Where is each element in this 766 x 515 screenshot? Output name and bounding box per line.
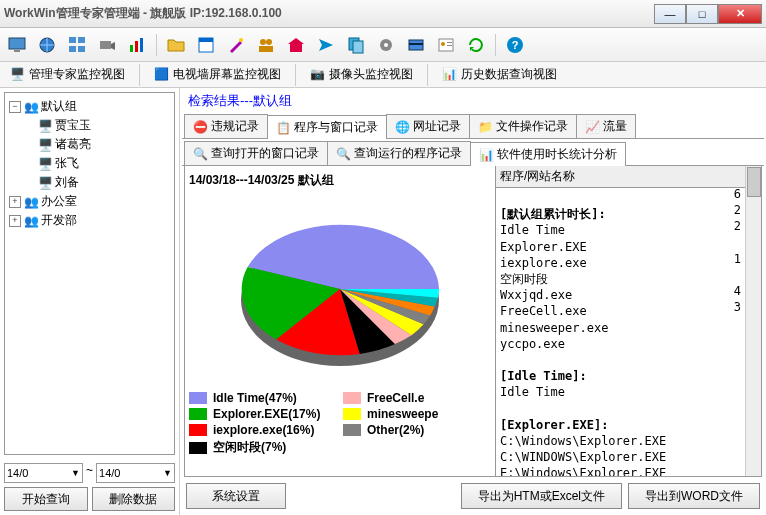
tree-user[interactable]: 🖥️诸葛亮 (9, 135, 170, 154)
wand-icon[interactable] (223, 32, 249, 58)
chart-area: 14/03/18---14/03/25 默认组 (185, 166, 495, 476)
footer-buttons: 系统设置 导出为HTM或Excel文件 导出到WORD文件 (182, 477, 764, 513)
people-icon[interactable] (253, 32, 279, 58)
chart-legend: Idle Time(47%) FreeCell.e Explorer.EXE(1… (189, 391, 491, 456)
refresh-icon[interactable] (463, 32, 489, 58)
tab-file-ops[interactable]: 📁文件操作记录 (469, 114, 577, 138)
svg-rect-18 (353, 41, 363, 53)
legend-item: 空闲时段(7%) (189, 439, 337, 456)
window-title: WorkWin管理专家管理端 - 旗舰版 IP:192.168.0.100 (4, 5, 654, 22)
card-icon[interactable] (403, 32, 429, 58)
tab-traffic[interactable]: 📈流量 (576, 114, 636, 138)
id-icon[interactable] (433, 32, 459, 58)
svg-rect-4 (78, 37, 85, 43)
tab-camera-view[interactable]: 📷摄像头监控视图 (304, 64, 419, 85)
gear-icon[interactable] (373, 32, 399, 58)
tree-user[interactable]: 🖥️贾宝玉 (9, 116, 170, 135)
camera-icon[interactable] (94, 32, 120, 58)
send-icon[interactable] (313, 32, 339, 58)
delete-data-button[interactable]: 删除数据 (92, 487, 176, 511)
tab-admin-view[interactable]: 🖥️管理专家监控视图 (4, 64, 131, 85)
list-header: 程序/网站名称 (496, 166, 761, 188)
svg-rect-7 (100, 41, 111, 49)
left-panel: −👥默认组 🖥️贾宝玉 🖥️诸葛亮 🖥️张飞 🖥️刘备 +👥办公室 +👥开发部 … (0, 88, 180, 515)
date-separator: ~ (86, 463, 93, 483)
vertical-scrollbar[interactable] (745, 166, 761, 476)
svg-rect-9 (135, 41, 138, 52)
legend-item: minesweepe (343, 407, 491, 421)
system-settings-button[interactable]: 系统设置 (186, 483, 286, 509)
computer-tree[interactable]: −👥默认组 🖥️贾宝玉 🖥️诸葛亮 🖥️张飞 🖥️刘备 +👥办公室 +👥开发部 (4, 92, 175, 455)
sub-tabs: 🔍查询打开的窗口记录 🔍查询运行的程序记录 📊软件使用时长统计分析 (182, 139, 764, 166)
svg-rect-22 (409, 43, 423, 45)
export-htm-excel-button[interactable]: 导出为HTM或Excel文件 (461, 483, 622, 509)
legend-item: iexplore.exe(16%) (189, 423, 337, 437)
help-icon[interactable]: ? (502, 32, 528, 58)
subtab-usage-stats[interactable]: 📊软件使用时长统计分析 (470, 142, 626, 166)
svg-point-24 (441, 42, 445, 46)
svg-point-14 (260, 39, 266, 45)
svg-rect-6 (78, 46, 85, 52)
tree-group-office[interactable]: +👥办公室 (9, 192, 170, 211)
folder-icon[interactable] (163, 32, 189, 58)
legend-item: FreeCell.e (343, 391, 491, 405)
chart-header: 14/03/18---14/03/25 默认组 (189, 170, 491, 191)
table-icon[interactable] (193, 32, 219, 58)
main-toolbar: ? (0, 28, 766, 62)
svg-rect-8 (130, 45, 133, 52)
svg-rect-5 (69, 46, 76, 52)
svg-rect-3 (69, 37, 76, 43)
pie-chart (230, 201, 450, 381)
record-tabs: ⛔违规记录 📋程序与窗口记录 🌐网址记录 📁文件操作记录 📈流量 (182, 112, 764, 139)
svg-rect-1 (14, 50, 20, 52)
right-panel: 检索结果---默认组 ⛔违规记录 📋程序与窗口记录 🌐网址记录 📁文件操作记录 … (180, 88, 766, 515)
legend-item: Explorer.EXE(17%) (189, 407, 337, 421)
title-bar: WorkWin管理专家管理端 - 旗舰版 IP:192.168.0.100 — … (0, 0, 766, 28)
home-icon[interactable] (283, 32, 309, 58)
copy-icon[interactable] (343, 32, 369, 58)
svg-point-15 (266, 39, 272, 45)
tree-group-default[interactable]: −👥默认组 (9, 97, 170, 116)
export-word-button[interactable]: 导出到WORD文件 (628, 483, 760, 509)
svg-rect-26 (447, 45, 452, 46)
start-query-button[interactable]: 开始查询 (4, 487, 88, 511)
chart-icon[interactable] (124, 32, 150, 58)
svg-rect-10 (140, 38, 143, 52)
value-column: 6 2 2 1 4 3 (734, 186, 741, 316)
svg-text:?: ? (512, 39, 519, 51)
legend-item: Other(2%) (343, 423, 491, 437)
program-list[interactable]: 程序/网站名称 [默认组累计时长]: Idle Time Explorer.EX… (495, 166, 761, 476)
view-tabs: 🖥️管理专家监控视图 🟦电视墙屏幕监控视图 📷摄像头监控视图 📊历史数据查询视图 (0, 62, 766, 88)
tab-program-window[interactable]: 📋程序与窗口记录 (267, 115, 387, 139)
tree-user[interactable]: 🖥️刘备 (9, 173, 170, 192)
date-to[interactable]: 14/0▼ (96, 463, 175, 483)
svg-rect-25 (447, 42, 452, 43)
svg-point-20 (384, 43, 388, 47)
monitor-icon[interactable] (4, 32, 30, 58)
tab-history-view[interactable]: 📊历史数据查询视图 (436, 64, 563, 85)
svg-rect-0 (9, 38, 25, 49)
svg-rect-12 (199, 38, 213, 42)
subtab-programs[interactable]: 🔍查询运行的程序记录 (327, 141, 471, 165)
svg-point-13 (239, 38, 243, 42)
subtab-windows[interactable]: 🔍查询打开的窗口记录 (184, 141, 328, 165)
list-body: [默认组累计时长]: Idle Time Explorer.EXE iexplo… (496, 188, 761, 476)
close-button[interactable]: ✕ (718, 4, 762, 24)
tab-wall-view[interactable]: 🟦电视墙屏幕监控视图 (148, 64, 287, 85)
maximize-button[interactable]: □ (686, 4, 718, 24)
search-result-line: 检索结果---默认组 (182, 90, 764, 112)
minimize-button[interactable]: — (654, 4, 686, 24)
date-from[interactable]: 14/0▼ (4, 463, 83, 483)
tree-group-dev[interactable]: +👥开发部 (9, 211, 170, 230)
tab-url[interactable]: 🌐网址记录 (386, 114, 470, 138)
tab-violation[interactable]: ⛔违规记录 (184, 114, 268, 138)
screens-icon[interactable] (64, 32, 90, 58)
svg-rect-16 (259, 46, 273, 52)
tree-user[interactable]: 🖥️张飞 (9, 154, 170, 173)
legend-item: Idle Time(47%) (189, 391, 337, 405)
globe-icon[interactable] (34, 32, 60, 58)
